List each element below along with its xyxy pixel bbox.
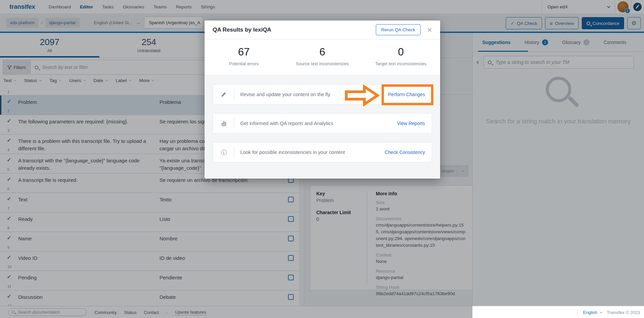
modal-backdrop bbox=[0, 306, 472, 318]
qa-action-card: Look for possible inconsistencies in you… bbox=[213, 142, 432, 162]
qa-action-text: Get informed with QA reports and Analyti… bbox=[240, 121, 397, 126]
footer-right: English Transifex © 2023 bbox=[577, 306, 640, 318]
app-root: transifex Dashboard Editor Tasks Glossar… bbox=[0, 0, 644, 318]
annotation-highlight-box bbox=[382, 84, 433, 105]
rerun-qa-check-button[interactable]: Rerun QA Check bbox=[376, 24, 421, 35]
modal-title: QA Results by lexiQA bbox=[213, 27, 271, 33]
modal-header: QA Results by lexiQA Rerun QA Check × bbox=[205, 21, 440, 39]
info-icon bbox=[220, 150, 228, 155]
view-reports-link[interactable]: View Reports bbox=[397, 121, 425, 126]
annotation-arrow-icon bbox=[345, 85, 380, 106]
stat-source-inconsistencies: 6 Source text inconsistencies bbox=[283, 39, 361, 75]
qa-action-text: Look for possible inconsistencies in you… bbox=[240, 150, 385, 155]
close-icon[interactable]: × bbox=[427, 27, 432, 33]
chevron-down-icon bbox=[600, 311, 602, 313]
footer-language-label: English bbox=[583, 310, 598, 315]
check-consistency-link[interactable]: Check Consistency bbox=[385, 150, 425, 155]
bar-chart-icon bbox=[220, 121, 228, 126]
stat-potential-errors: 67 Potential errors bbox=[205, 39, 283, 75]
footer-language-select[interactable]: English bbox=[583, 310, 602, 315]
divider bbox=[234, 89, 234, 100]
pencil-icon bbox=[220, 92, 228, 97]
stat-target-inconsistencies: 0 Target text inconsistencies bbox=[362, 39, 440, 75]
divider bbox=[234, 118, 234, 129]
qa-stats: 67 Potential errors 6 Source text incons… bbox=[205, 39, 440, 75]
footer-copyright: Transifex © 2023 bbox=[607, 310, 640, 315]
divider bbox=[234, 147, 234, 158]
qa-action-card: Get informed with QA reports and Analyti… bbox=[213, 113, 432, 133]
divider bbox=[577, 309, 578, 316]
